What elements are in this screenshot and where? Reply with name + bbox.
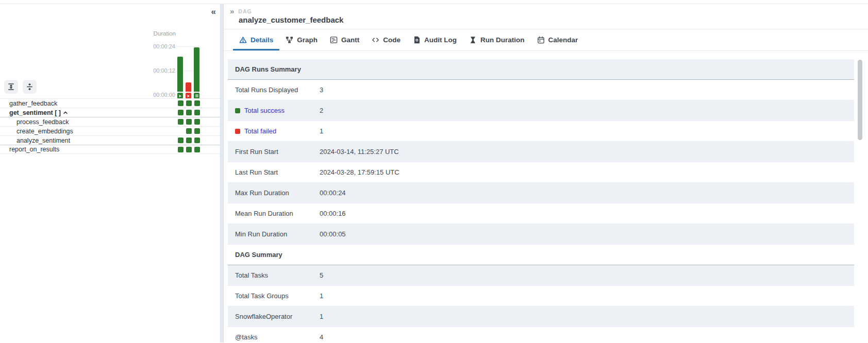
task-instance-square[interactable] [186,138,192,143]
filter-link-total-success[interactable]: Total success [235,107,320,114]
tab-label: Audit Log [424,36,457,44]
hourglass-icon [469,36,477,44]
summary-row: Total failed1 [228,121,854,142]
task-instance-square[interactable] [194,147,200,152]
task-label-gather-feedback[interactable]: gather_feedback [0,100,57,107]
top-nav-border [0,0,868,4]
row-label: Mean Run Duration [235,210,320,217]
task-instance-square[interactable] [194,100,200,106]
task-instance-square[interactable] [178,100,183,106]
summary-row: Total Tasks5 [228,265,854,286]
task-name: analyze_sentiment [16,137,70,144]
warning-triangle-icon [239,36,247,44]
task-instance-square[interactable] [194,110,200,115]
row-label: Total success [244,107,285,114]
summary-row: Last Run Start2024-03-28, 17:59:15 UTC [228,162,854,183]
task-instance-square[interactable] [186,100,192,106]
tab-label: Code [383,36,400,44]
tab-label: Details [251,36,273,44]
summary-row: Mean Run Duration00:00:16 [228,203,854,224]
failed-swatch-icon [235,129,240,134]
task-instance-square[interactable] [178,138,183,143]
row-label: Min Run Duration [235,230,320,238]
task-label-process-feedback[interactable]: process_feedback [0,118,69,126]
code-icon [372,36,379,44]
task-label-create-embeddings[interactable]: create_embeddings [0,128,73,135]
summary-row: SnowflakeOperator1 [228,306,854,327]
run-duration-bar[interactable] [186,82,191,92]
gantt-icon [330,36,338,44]
task-instances [178,119,200,125]
task-label-analyze-sentiment[interactable]: analyze_sentiment [0,137,70,144]
chevrons-left-icon[interactable]: « [211,6,216,18]
task-label-get-sentiment[interactable]: get_sentiment [ ] [0,109,68,116]
details-content: DAG Runs SummaryTotal Runs Displayed3Tot… [224,51,868,343]
tab-label: Gantt [341,36,359,44]
tab-gantt[interactable]: Gantt [324,29,365,50]
tab-bar: DetailsGraphGanttCodeAudit LogRun Durati… [224,29,868,51]
summary-row: Max Run Duration00:00:24 [228,183,854,203]
row-label: DAG Runs Summary [235,65,320,73]
tab-graph[interactable]: Graph [279,29,324,50]
tab-details[interactable]: Details [233,29,279,50]
task-row: get_sentiment [ ] [0,108,220,117]
summary-row: Total success2 [228,100,854,121]
row-value: 2 [320,107,323,114]
task-instances [178,147,200,152]
task-name: process_feedback [16,118,69,126]
grid-panel: « Duration gather_feedbackget_sentiment … [0,4,220,342]
row-value: 5 [320,271,323,279]
task-instance-square[interactable] [194,119,200,125]
task-instance-square[interactable] [186,119,192,125]
task-instance-square[interactable] [178,110,183,115]
chevrons-right-icon: » [230,8,234,15]
row-label: Total failed [244,127,276,135]
gridline [177,46,200,47]
task-label-report-on-results[interactable]: report_on_results [0,146,59,153]
run-duration-bar[interactable] [177,57,183,92]
task-instance-square[interactable] [178,119,183,125]
task-name: get_sentiment [ ] [9,109,61,116]
y-tick-label: 00:00:12 [153,67,175,74]
task-row: create_embeddings [0,126,220,135]
task-name: report_on_results [9,146,59,153]
row-label: Last Run Start [235,168,320,176]
task-row: report_on_results [0,145,220,154]
section-header-row: DAG Runs Summary [228,59,854,80]
run-duration-bar[interactable] [194,47,199,92]
row-label: Max Run Duration [235,189,320,197]
task-instance-square[interactable] [186,128,192,134]
row-value: 1 [320,127,323,135]
task-instance-square[interactable] [194,138,200,143]
row-label: @tasks [235,333,320,341]
task-instances [178,110,200,115]
tab-calendar[interactable]: Calendar [531,29,585,50]
row-label: First Run Start [235,148,320,156]
tab-code[interactable]: Code [365,29,407,50]
task-row: process_feedback [0,117,220,126]
summary-row: First Run Start2024-03-14, 11:25:27 UTC [228,142,854,162]
scrollbar-thumb[interactable] [858,60,862,140]
task-instance-square[interactable] [186,110,192,115]
row-label: SnowflakeOperator [235,313,320,320]
row-label: Total Task Groups [235,292,320,300]
success-swatch-icon [235,108,240,113]
summary-row: Min Run Duration00:00:05 [228,224,854,245]
run-duration-bars [177,47,199,92]
task-instance-square[interactable] [186,147,192,152]
task-instance-square[interactable] [194,128,200,134]
task-row: gather_feedback [0,98,220,108]
expand-rows-button[interactable] [4,80,18,94]
collapse-rows-button[interactable] [23,80,37,94]
tab-audit-log[interactable]: Audit Log [407,29,463,50]
panel-resizer[interactable] [220,4,224,342]
row-value: 4 [320,333,323,341]
graph-icon [286,36,293,44]
tab-run-duration[interactable]: Run Duration [463,29,531,50]
summary-row: Total Runs Displayed3 [228,80,854,100]
chevron-up-icon[interactable] [63,110,68,115]
filter-link-total-failed[interactable]: Total failed [235,127,320,135]
summary-row: Total Task Groups1 [228,286,854,306]
task-instance-square[interactable] [178,147,183,152]
row-value: 2024-03-14, 11:25:27 UTC [320,148,399,156]
